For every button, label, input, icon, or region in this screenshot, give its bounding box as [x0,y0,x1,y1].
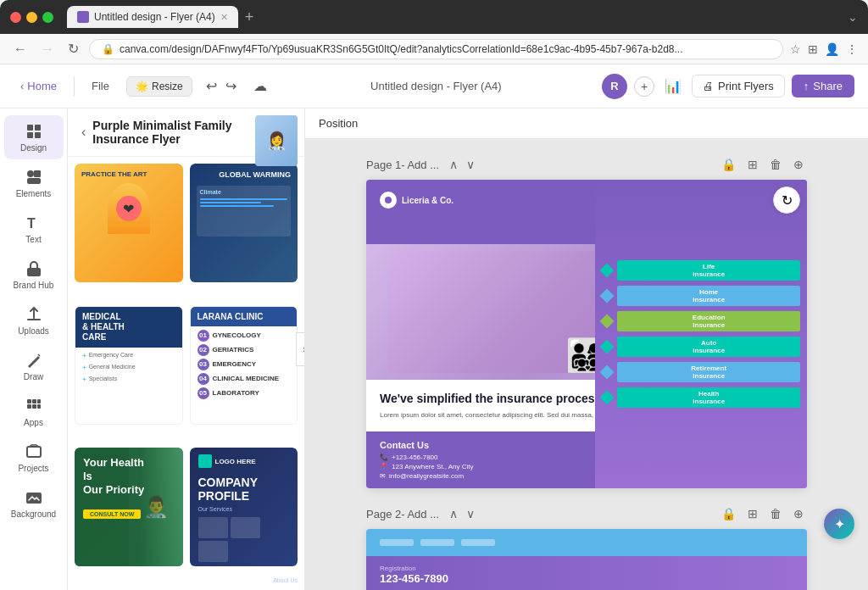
share-label: Share [813,80,843,92]
close-button[interactable] [10,12,21,23]
add-page-2-button[interactable]: ⊕ [790,505,807,522]
home-label: Home [27,80,57,92]
back-button[interactable]: ← [10,40,31,58]
home-button[interactable]: ‹ Home [14,76,64,96]
flyer-page-2[interactable]: Registration 123-456-7890 [366,529,807,590]
home-insurance-label: HomeInsurance [617,286,800,306]
share-button[interactable]: ↑ Share [792,75,854,97]
logo-text: Liceria & Co. [402,196,453,205]
maximize-button[interactable] [42,12,53,23]
svg-rect-1 [35,125,41,131]
background-label: Background [11,509,56,519]
toolbar-separator [74,76,75,97]
template-3[interactable]: MEDICAL& HEALTHCARE +Emergency Care +Gen… [75,306,183,442]
url-text: canva.com/design/DAFnwyf4FTo/Yp69usuaKR3… [120,43,683,55]
lock-icon: 🔒 [102,43,114,55]
file-button[interactable]: File [85,76,116,96]
panel-title: Purple Minimalist Family Insurance Flyer [92,119,267,146]
page-2-header [366,529,807,556]
uploads-icon [25,305,43,324]
profile-icon[interactable]: 👤 [825,42,839,56]
design-label: Design [20,143,47,153]
resize-button[interactable]: 🌟 Resize [126,76,192,97]
templates-grid: PRACTICE THE ART ❤ GLOBAL WARMING [68,157,304,590]
reload-button[interactable]: ↻ [64,39,82,58]
new-tab-button[interactable]: + [242,8,258,26]
svg-rect-12 [27,404,31,409]
canva-toolbar: ‹ Home File 🌟 Resize ↩ ↪ ☁ Untitled desi… [0,64,868,109]
toolbar-right: R + 📊 🖨 Print Flyers ↑ Share [602,74,854,99]
flyer-page-1[interactable]: ↻ Liceria & Co. Enjoy Life, Be Happy! [366,180,807,488]
svg-point-4 [27,170,34,177]
avatar-button[interactable]: R [602,74,627,99]
diamond-icon-6 [600,391,615,405]
cloud-save-button[interactable]: ☁ [250,75,270,97]
sidebar-item-uploads[interactable]: Uploads [4,298,64,342]
template-4[interactable]: LARANA CLINIC 01GYNECOLOGY 02GERIATRICS … [190,306,298,442]
share-icon: ↑ [804,80,810,92]
template-6[interactable]: LOGO HERE COMPANYPROFILE Our Services Ab… [190,448,298,583]
undo-button[interactable]: ↩ [203,75,220,97]
position-label: Position [319,117,358,130]
email-icon: ✉ [380,472,386,480]
panel-back-button[interactable]: ‹ [81,125,86,140]
address-text: 123 Anywhere St., Any City [392,463,474,470]
sidebar-item-apps[interactable]: Apps [4,390,64,434]
delete-page-button[interactable]: 🗑 [766,156,785,173]
lock-page-2-button[interactable]: 🔒 [718,505,739,522]
add-page-button[interactable]: ⊕ [790,156,807,173]
print-button[interactable]: 🖨 Print Flyers [692,75,785,97]
tab-bar: Untitled design - Flyer (A4) ✕ + [67,6,841,28]
url-bar[interactable]: 🔒 canva.com/design/DAFnwyf4FTo/Yp69usuaK… [89,39,783,59]
apps-label: Apps [24,418,43,427]
page-2-down-button[interactable]: ∨ [463,505,478,522]
magic-button[interactable]: ✦ [824,509,854,539]
sidebar-item-draw[interactable]: Draw [4,344,64,388]
refresh-button[interactable]: ↻ [773,186,800,214]
add-collaborator-button[interactable]: + [634,76,654,97]
template-2[interactable]: GLOBAL WARMING Climate [190,164,298,299]
page-1-wrapper: Page 1- Add ... ∧ ∨ 🔒 ⊞ 🗑 ⊕ ↻ [366,156,807,488]
svg-rect-0 [27,125,33,131]
lock-page-button[interactable]: 🔒 [718,156,739,173]
panel-collapse-handle[interactable]: › [296,332,305,366]
sidebar-item-elements[interactable]: Elements [4,161,64,205]
page-down-button[interactable]: ∨ [463,156,478,173]
extensions-icon[interactable]: ⊞ [808,42,818,56]
sidebar-item-design[interactable]: Design [4,115,64,159]
template-5[interactable]: 👨‍⚕️ Your HealthIsOur Priority CONSULT N… [75,448,183,583]
analytics-button[interactable]: 📊 [661,75,685,97]
brand-label: Brand Hub [14,281,54,290]
canvas-scroll[interactable]: Page 1- Add ... ∧ ∨ 🔒 ⊞ 🗑 ⊕ ↻ [305,139,868,590]
chevron-left-icon: ‹ [20,80,24,92]
copy-page-2-button[interactable]: ⊞ [744,505,761,522]
page-action-buttons: 🔒 ⊞ 🗑 ⊕ [718,156,807,173]
delete-page-2-button[interactable]: 🗑 [766,505,785,522]
address-bar: ← → ↻ 🔒 canva.com/design/DAFnwyf4FTo/Yp6… [0,34,868,64]
forward-button[interactable]: → [37,40,58,58]
redo-button[interactable]: ↪ [222,75,240,97]
page-2-nav-buttons: ∧ ∨ [446,505,478,522]
sidebar-item-text[interactable]: T Text [4,207,64,251]
svg-rect-6 [27,178,41,184]
sidebar-item-projects[interactable]: Projects [4,436,64,480]
sidebar-item-background[interactable]: Background [4,481,64,526]
page-up-button[interactable]: ∧ [446,156,461,173]
elements-label: Elements [16,189,52,198]
minimize-button[interactable] [26,12,37,23]
menu-icon[interactable]: ⋮ [846,42,858,56]
bookmark-icon[interactable]: ☆ [790,42,801,56]
page-2-up-button[interactable]: ∧ [446,505,461,522]
template-1[interactable]: PRACTICE THE ART ❤ [75,164,183,299]
diamond-icon-2 [600,289,615,303]
resize-emoji: 🌟 [136,81,148,92]
copy-page-button[interactable]: ⊞ [744,156,761,173]
tab-close-icon[interactable]: ✕ [220,12,228,23]
page-2-controls: Page 2- Add ... ∧ ∨ 🔒 ⊞ 🗑 ⊕ [366,505,807,522]
print-label: Print Flyers [718,80,774,92]
sidebar-item-brand[interactable]: Brand Hub [4,253,64,297]
file-label: File [92,80,109,92]
design-icon [25,122,43,141]
diamond-icon [600,264,615,278]
active-tab[interactable]: Untitled design - Flyer (A4) ✕ [67,6,238,28]
